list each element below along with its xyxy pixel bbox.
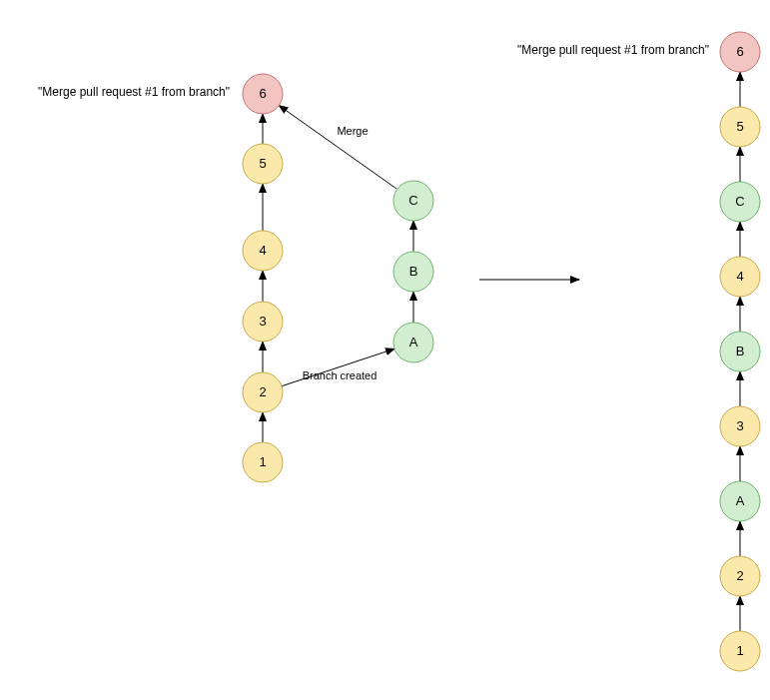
commit-B: B: [393, 252, 433, 292]
commit-6-label: 6: [259, 86, 266, 101]
right-commit-A-label: A: [736, 493, 745, 508]
right-commit-A: A: [720, 481, 760, 521]
right-commit-C: C: [720, 182, 760, 222]
right-commit-2: 2: [720, 556, 760, 596]
commit-A-label: A: [409, 335, 418, 350]
commit-3: 3: [243, 302, 283, 342]
commit-3-label: 3: [259, 314, 266, 329]
right-commit-5: 5: [720, 107, 760, 147]
git-merge-diagram: 123456ABCBranch createdMerge"Merge pull …: [0, 0, 770, 700]
caption-right: "Merge pull request #1 from branch": [517, 43, 709, 57]
commit-1: 1: [243, 442, 283, 482]
right-commit-6-label: 6: [736, 44, 743, 59]
commit-5: 5: [243, 144, 283, 184]
right-commit-C-label: C: [735, 194, 744, 209]
commit-2-label: 2: [259, 384, 266, 399]
right-commit-3: 3: [720, 406, 760, 446]
right-commit-6: 6: [720, 32, 760, 72]
commit-A: A: [393, 323, 433, 362]
right-commit-3-label: 3: [736, 418, 743, 433]
commit-4-label: 4: [259, 243, 266, 258]
commit-4: 4: [243, 231, 283, 271]
commit-6: 6: [243, 74, 283, 114]
commit-C: C: [393, 181, 433, 221]
right-commit-4-label: 4: [736, 269, 743, 284]
caption-left: "Merge pull request #1 from branch": [38, 85, 230, 99]
right-commit-4: 4: [720, 257, 760, 297]
right-commit-5-label: 5: [736, 119, 743, 134]
label-branch-created: Branch created: [303, 369, 378, 381]
commit-C-label: C: [408, 193, 417, 208]
right-commit-1: 1: [720, 631, 760, 671]
commit-1-label: 1: [259, 454, 266, 469]
right-commit-2-label: 2: [736, 568, 743, 583]
right-commit-1-label: 1: [736, 643, 743, 658]
right-commit-B: B: [720, 332, 760, 371]
commit-2: 2: [243, 372, 283, 412]
label-merge: Merge: [337, 125, 368, 137]
commit-5-label: 5: [259, 156, 266, 171]
commit-B-label: B: [409, 264, 418, 279]
edge-C-6: [279, 106, 396, 190]
right-commit-B-label: B: [736, 344, 745, 358]
